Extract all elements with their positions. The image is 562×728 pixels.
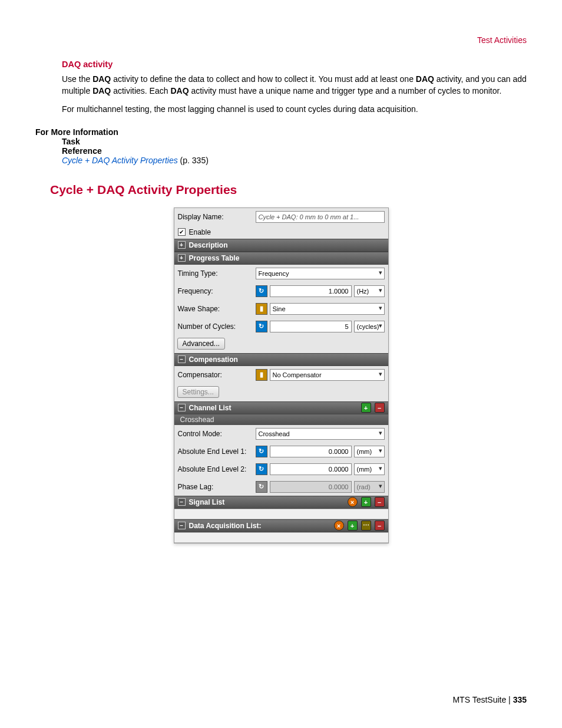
settings-button[interactable]: Settings... (177, 386, 219, 398)
properties-panel: Display Name: Cycle + DAQ: 0 mm to 0 mm … (174, 207, 389, 543)
list-icon[interactable]: ▮ (256, 369, 267, 381)
variable-icon[interactable]: ↻ (256, 285, 267, 297)
compensator-label: Compensator: (178, 371, 253, 379)
frequency-unit-select[interactable]: (Hz) (354, 285, 385, 297)
cycles-input[interactable]: 5 (270, 321, 352, 332)
text: activities. Each (111, 86, 170, 95)
variable-icon[interactable]: ↻ (256, 321, 267, 332)
footer-product: MTS TestSuite | (452, 695, 513, 704)
timing-type-label: Timing Type: (178, 269, 253, 278)
control-mode-label: Control Mode: (178, 430, 253, 438)
paragraph: For multichannel testing, the most laggi… (62, 104, 527, 116)
bar-label: Data Acquisition List: (189, 522, 262, 530)
page-title: Cycle + DAQ Activity Properties (50, 183, 527, 197)
options-icon[interactable]: ⋯ (361, 521, 371, 531)
compensator-select[interactable]: No Compensator (270, 369, 385, 381)
paragraph: Use the DAQ activity to define the data … (62, 74, 527, 97)
abs-end1-unit-select[interactable]: (mm) (354, 446, 385, 457)
list-icon[interactable]: ▮ (256, 303, 267, 315)
expand-icon: + (178, 254, 186, 262)
section-subtitle: DAQ activity (62, 60, 527, 69)
add-button[interactable]: + (348, 521, 358, 531)
text: activity to define the data to collect a… (111, 74, 416, 84)
phase-lag-input: 0.0000 (270, 481, 352, 493)
remove-button[interactable]: – (375, 497, 385, 507)
section-signal-list[interactable]: – Signal List × + – (174, 496, 388, 509)
section-daq-list[interactable]: – Data Acquisition List: × + ⋯ – (174, 519, 388, 532)
text-bold: DAQ (170, 86, 189, 95)
channel-list-item[interactable]: Crosshead (174, 414, 388, 425)
frequency-label: Frequency: (178, 287, 253, 295)
more-info-link[interactable]: Cycle + DAQ Activity Properties (62, 156, 178, 165)
signal-list-empty (174, 509, 388, 519)
remove-button[interactable]: – (375, 521, 385, 531)
collapse-icon: – (178, 522, 186, 529)
abs-end2-unit-select[interactable]: (mm) (354, 463, 385, 475)
more-info-reference: Reference (62, 146, 527, 156)
daq-list-empty (174, 532, 388, 543)
text-bold: DAQ (92, 86, 111, 95)
enable-label: Enable (189, 228, 211, 236)
bar-label: Channel List (189, 404, 232, 412)
remove-button[interactable]: – (375, 403, 385, 413)
section-compensation[interactable]: – Compensation (174, 353, 388, 366)
collapse-icon: – (178, 498, 186, 506)
text: (p. 335) (178, 156, 209, 165)
variable-icon[interactable]: ↻ (256, 463, 267, 475)
footer-page: 335 (513, 695, 527, 704)
wave-shape-select[interactable]: Sine (270, 303, 385, 315)
abs-end2-input[interactable]: 0.0000 (270, 463, 352, 475)
wave-shape-label: Wave Shape: (178, 305, 253, 313)
abs-end1-input[interactable]: 0.0000 (270, 446, 352, 457)
cycles-unit-select[interactable]: (cycles) (354, 321, 385, 332)
expand-icon: + (178, 241, 186, 249)
more-info-heading: For More Information (35, 127, 527, 137)
frequency-input[interactable]: 1.0000 (270, 285, 352, 297)
timing-type-select[interactable]: Frequency (256, 268, 385, 279)
text: Use the (62, 74, 92, 84)
abs-end2-label: Absolute End Level 2: (178, 465, 253, 473)
breadcrumb: Test Activities (35, 35, 527, 45)
add-button[interactable]: + (361, 403, 371, 413)
close-icon[interactable]: × (334, 521, 344, 531)
add-button[interactable]: + (361, 497, 371, 507)
page-footer: MTS TestSuite | 335 (452, 695, 527, 704)
control-mode-select[interactable]: Crosshead (256, 428, 385, 440)
section-channel-list[interactable]: – Channel List + – (174, 401, 388, 414)
phase-lag-unit-select: (rad) (354, 481, 385, 493)
more-info-task: Task (62, 137, 527, 146)
text-bold: DAQ (416, 74, 434, 84)
section-description[interactable]: + Description (174, 239, 388, 252)
bar-label: Signal List (189, 498, 225, 506)
text-bold: DAQ (92, 74, 111, 84)
close-icon[interactable]: × (348, 497, 358, 507)
cycles-label: Number of Cycles: (178, 322, 253, 331)
bar-label: Progress Table (189, 254, 240, 262)
more-info-link-line: Cycle + DAQ Activity Properties (p. 335) (62, 156, 527, 165)
variable-icon[interactable]: ↻ (256, 446, 267, 457)
check-icon: ✔ (178, 228, 186, 236)
advanced-button[interactable]: Advanced... (177, 338, 225, 350)
bar-label: Description (189, 241, 228, 249)
enable-checkbox[interactable]: ✔ Enable (174, 226, 388, 239)
phase-lag-label: Phase Lag: (178, 483, 253, 491)
abs-end1-label: Absolute End Level 1: (178, 447, 253, 456)
variable-icon: ↻ (256, 481, 267, 493)
section-progress-table[interactable]: + Progress Table (174, 252, 388, 265)
bar-label: Compensation (189, 355, 238, 364)
collapse-icon: – (178, 404, 186, 411)
text: activity must have a unique name and tri… (189, 86, 502, 95)
display-name-input[interactable]: Cycle + DAQ: 0 mm to 0 mm at 1... (256, 211, 385, 223)
collapse-icon: – (178, 355, 186, 363)
display-name-label: Display Name: (178, 213, 253, 221)
